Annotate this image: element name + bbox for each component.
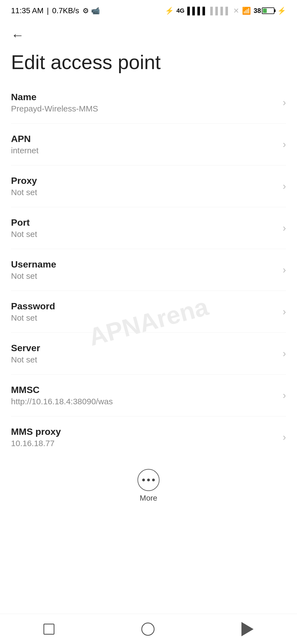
settings-item-password-content: Password Not set [11,301,277,323]
settings-item-apn[interactable]: APN internet › [11,124,286,165]
settings-item-name-label: Name [11,92,277,102]
chevron-right-icon-password: › [283,306,286,318]
settings-item-server-value: Not set [11,355,277,364]
settings-item-apn-content: APN internet [11,133,277,155]
nav-back-button[interactable] [236,616,259,642]
settings-item-server-content: Server Not set [11,343,277,364]
settings-item-apn-value: internet [11,146,277,155]
settings-item-mmsc-content: MMSC http://10.16.18.4:38090/was [11,384,277,406]
chevron-right-icon-mmsc: › [283,390,286,401]
signal-x-icon: ✕ [233,7,239,15]
settings-item-server[interactable]: Server Not set › [11,333,286,375]
time-display: 11:35 AM [11,6,43,15]
separator: | [47,6,49,15]
back-arrow-icon: ← [11,28,24,43]
nav-triangle-icon [241,622,254,636]
settings-item-name-content: Name Prepayd-Wireless-MMS [11,92,277,113]
settings-item-password[interactable]: Password Not set › [11,291,286,333]
more-dots-icon [142,479,155,481]
more-circle-button[interactable] [138,469,160,491]
settings-item-name[interactable]: Name Prepayd-Wireless-MMS › [11,82,286,124]
dot-2 [147,479,150,481]
video-icon: 📹 [91,7,100,15]
settings-item-mms-proxy-value: 10.16.18.77 [11,439,277,448]
bolt-icon: ⚡ [277,7,286,15]
dot-3 [152,479,155,481]
settings-item-password-value: Not set [11,313,277,323]
settings-item-mmsc[interactable]: MMSC http://10.16.18.4:38090/was › [11,375,286,416]
speed-display: 0.7KB/s [52,6,79,15]
settings-icon: ⚙ [82,7,89,15]
settings-item-name-value: Prepayd-Wireless-MMS [11,104,277,113]
settings-item-proxy[interactable]: Proxy Not set › [11,165,286,207]
settings-item-server-label: Server [11,343,277,353]
settings-item-port[interactable]: Port Not set › [11,207,286,249]
settings-item-proxy-label: Proxy [11,175,277,186]
battery-fill [263,9,267,13]
back-button[interactable]: ← [11,28,286,43]
wifi-icon: 📶 [242,7,251,15]
nav-circle-icon [141,623,155,636]
more-button-container[interactable]: More [0,458,297,511]
nav-bar [0,614,297,644]
signal-bars-icon: ▌▌▌▌ [187,7,208,15]
chevron-right-icon-apn: › [283,139,286,150]
settings-item-username-label: Username [11,259,277,270]
settings-item-mms-proxy[interactable]: MMS proxy 10.16.18.77 › [11,416,286,458]
header: ← Edit access point [0,19,297,82]
settings-item-apn-label: APN [11,133,277,144]
chevron-right-icon-mms-proxy: › [283,432,286,443]
chevron-right-icon-proxy: › [283,181,286,192]
chevron-right-icon-name: › [283,97,286,108]
settings-item-password-label: Password [11,301,277,312]
chevron-right-icon-port: › [283,222,286,234]
nav-home-button[interactable] [136,617,160,641]
settings-item-username-value: Not set [11,271,277,281]
signal-4g-icon: 4G [177,7,185,14]
chevron-right-icon-username: › [283,264,286,276]
settings-item-mms-proxy-content: MMS proxy 10.16.18.77 [11,426,277,448]
settings-item-port-content: Port Not set [11,217,277,239]
chevron-right-icon-server: › [283,348,286,359]
nav-square-icon [43,624,54,635]
settings-item-username-content: Username Not set [11,259,277,281]
dot-1 [142,479,145,481]
status-bar: 11:35 AM | 0.7KB/s ⚙ 📹 ⚡ 4G ▌▌▌▌ ▌▌▌▌ ✕ … [0,0,297,19]
battery-box [262,7,274,14]
settings-item-proxy-value: Not set [11,188,277,197]
settings-item-mmsc-value: http://10.16.18.4:38090/was [11,397,277,406]
more-label: More [140,494,157,503]
signal-bars2-icon: ▌▌▌▌ [210,7,231,15]
nav-recent-button[interactable] [38,618,60,640]
settings-item-proxy-content: Proxy Not set [11,175,277,197]
battery-percent: 38 [254,7,261,15]
page-title: Edit access point [11,51,286,73]
battery-indicator: 38 [254,7,274,15]
settings-list: Name Prepayd-Wireless-MMS › APN internet… [0,82,297,458]
settings-item-username[interactable]: Username Not set › [11,249,286,291]
bluetooth-icon: ⚡ [165,7,174,15]
settings-item-port-label: Port [11,217,277,228]
settings-item-mmsc-label: MMSC [11,384,277,395]
settings-item-mms-proxy-label: MMS proxy [11,426,277,437]
settings-item-port-value: Not set [11,230,277,239]
